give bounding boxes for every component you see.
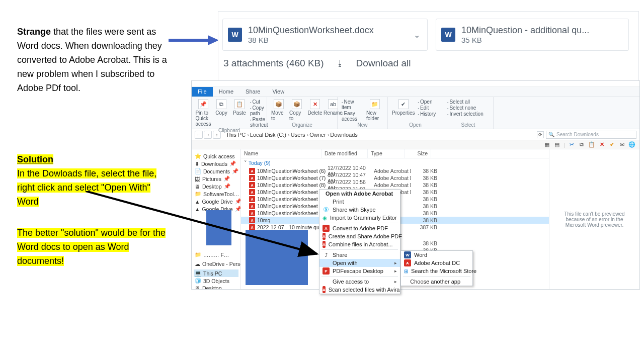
file-name: 10MinQuestionWorksheet (12) [257, 210, 328, 216]
group-today[interactable]: Today (9) [241, 158, 549, 167]
strange-bold: Strange [17, 27, 51, 37]
tab-share[interactable]: Share [239, 87, 266, 97]
ctx-pdfescape[interactable]: PPDFescape Desktop [319, 267, 400, 275]
tab-file[interactable]: File [192, 87, 213, 97]
sidebar-downloads[interactable]: ⬇ Downloads 📌 [194, 160, 238, 167]
file-size: 38 KB [411, 168, 437, 174]
nav-back-button[interactable]: ← [195, 131, 203, 139]
sidebar-documents[interactable]: 📄 Documents 📌 [194, 167, 238, 175]
preview-error-message: This file can't be previewed because of … [555, 211, 633, 228]
attachment-card-2[interactable]: W 10MinQuestion - additional qu... 35 KB [436, 19, 629, 51]
pdf-icon: A [249, 168, 255, 174]
nav-forward-button[interactable]: → [204, 131, 212, 139]
file-name: 10MinQuestionWorksheet (8) [257, 182, 328, 188]
ctx-open-with[interactable]: Open with [319, 259, 400, 267]
ctx-grammarly[interactable]: ◉Import to Grammarly Editor [319, 214, 400, 222]
chevron-down-icon[interactable]: ⌄ [412, 30, 422, 40]
globe-icon[interactable]: 🌐 [628, 141, 635, 148]
delete-button[interactable]: ✕Delete [307, 99, 323, 116]
ctx-open-acrobat[interactable]: Open with Adobe Acrobat [319, 190, 400, 198]
pdf-icon: A [249, 210, 255, 216]
file-size: 38 KB [411, 217, 437, 223]
history-button[interactable]: History [418, 111, 436, 117]
copy-button[interactable]: ⧉Copy [214, 99, 229, 116]
sidebar-this-pc[interactable]: 💻 This PC [194, 269, 238, 277]
ctx-create-share-pdf[interactable]: ACreate and Share Adobe PDF [319, 232, 400, 240]
pin-quick-access-button[interactable]: 📌Pin to Quick access [196, 99, 211, 127]
preview-pane: This file can't be previewed because of … [549, 149, 639, 289]
sidebar-hidden-folder[interactable]: 📁 ……… F… [194, 251, 238, 258]
ctx-print[interactable]: Print [319, 198, 400, 206]
annotation-solution: Solution In the Dowloads file, select th… [17, 153, 173, 209]
move-to-button[interactable]: 📦Move to [271, 99, 286, 121]
ctx-convert-pdf[interactable]: AConvert to Adobe PDF [319, 224, 400, 232]
paste-icon[interactable]: 📋 [588, 141, 595, 148]
new-folder-button[interactable]: 📁New folder [366, 99, 383, 121]
download-all-link[interactable]: Download all [356, 58, 411, 69]
cut-button[interactable]: Cut [250, 99, 268, 105]
select-none-button[interactable]: Select none [447, 105, 484, 111]
cut-icon[interactable]: ✂ [568, 141, 575, 148]
context-menu: Open with Adobe Acrobat Print ⓈShare wit… [319, 189, 400, 294]
mail-icon[interactable]: ✉ [618, 141, 625, 148]
sidebar-pictures[interactable]: 🖼 Pictures 📌 [194, 175, 238, 183]
nav-up-button[interactable]: ↑ [213, 131, 221, 139]
copy-path-button[interactable]: Copy path [250, 105, 268, 116]
attachment-card-1[interactable]: W 10MinQuestionWorksheet.docx 38 KB ⌄ [222, 19, 428, 51]
search-input[interactable]: 🔍 Search Downloads [546, 131, 636, 139]
ctx-choose-app[interactable]: Choose another app [401, 278, 472, 286]
check-icon[interactable]: ✔ [608, 141, 615, 148]
paste-shortcut-button[interactable]: Paste shortcut [250, 117, 268, 128]
ctx-share-skype[interactable]: ⓈShare with Skype [319, 206, 400, 214]
open-button[interactable]: Open [418, 99, 436, 105]
ctx-combine-acrobat[interactable]: ACombine files in Acrobat... [319, 240, 400, 248]
delete-icon[interactable]: ✕ [598, 141, 605, 148]
ribbon-group-new: New [342, 122, 383, 128]
breadcrumb[interactable]: This PC Local Disk (C:) Users Owner Down… [223, 132, 535, 138]
quick-toolbar: ▦ ▤ | ✂ ⧉ 📋 ✕ ✔ ✉ 🌐 [192, 140, 639, 149]
sidebar-3d-objects[interactable]: 🧊 3D Objects [194, 277, 238, 285]
layout-icon[interactable]: ▤ [553, 141, 560, 148]
new-item-button[interactable]: New item [342, 99, 363, 110]
attachment-name: 10MinQuestionWorksheet.docx [248, 25, 406, 36]
file-size: 38 KB [411, 203, 437, 209]
easy-access-button[interactable]: Easy access [342, 111, 363, 122]
invert-selection-button[interactable]: Invert selection [447, 111, 484, 117]
open-with-submenu: WWord AAdobe Acrobat DC ⊞Search the Micr… [400, 250, 473, 286]
arrow-to-attachment [169, 35, 219, 45]
sidebar-google-drive[interactable]: ▲ Google Drive 📌 [194, 198, 238, 205]
ctx-give-access[interactable]: Give access to [319, 278, 400, 286]
pdf-icon: A [249, 182, 255, 188]
file-row[interactable]: A10MinQuestionWorksheet (8)12/7/2022 10:… [241, 182, 549, 189]
file-row[interactable]: A10MinQuestionWorksheet (6)12/7/2022 10:… [241, 167, 549, 174]
tab-home[interactable]: Home [213, 87, 239, 97]
ctx-open-word[interactable]: WWord [401, 251, 472, 259]
sidebar-desktop-2[interactable]: 🖥 Desktop [194, 285, 238, 289]
sidebar-quick-access[interactable]: ⭐ Quick access [194, 152, 238, 160]
outlook-attachment-panel: W 10MinQuestionWorksheet.docx 38 KB ⌄ W … [218, 11, 639, 86]
paste-button[interactable]: 📋Paste [232, 99, 247, 116]
edit-button[interactable]: Edit [418, 105, 436, 111]
download-icon[interactable]: ⭳ [336, 59, 344, 68]
copy-to-button[interactable]: 📦Copy to [289, 99, 304, 121]
pdf-icon: A [249, 217, 255, 223]
file-size: 38 KB [411, 196, 437, 202]
column-headers[interactable]: Name Date modified Type Size [241, 149, 549, 158]
copy-icon[interactable]: ⧉ [578, 141, 585, 148]
sidebar-softwaretool[interactable]: 📁 SoftwareTool… 📌 [194, 190, 238, 198]
tab-view[interactable]: View [266, 87, 290, 97]
file-row[interactable]: A10MinQuestionWorksheet (7)12/7/2022 10:… [241, 174, 549, 182]
file-type: Adobe Acrobat D... [374, 175, 411, 181]
refresh-button[interactable]: ⟳ [537, 131, 544, 138]
ctx-share[interactable]: ⤴Share [319, 251, 400, 259]
layout-icon[interactable]: ▦ [543, 141, 550, 148]
properties-button[interactable]: ✔Properties [392, 99, 415, 116]
sidebar-onedrive[interactable]: ☁ OneDrive - Person [194, 260, 238, 267]
select-all-button[interactable]: Select all [447, 99, 484, 105]
ctx-search-store[interactable]: ⊞Search the Microsoft Store [401, 267, 472, 275]
ribbon: 📌Pin to Quick access ⧉Copy 📋Paste Cut Co… [192, 97, 639, 129]
ctx-scan-avira[interactable]: AScan selected files with Avira [319, 286, 400, 294]
ctx-open-adobe-dc[interactable]: AAdobe Acrobat DC [401, 259, 472, 267]
sidebar-desktop[interactable]: 🖥 Desktop 📌 [194, 183, 238, 190]
attachment-name: 10MinQuestion - additional qu... [461, 25, 623, 36]
